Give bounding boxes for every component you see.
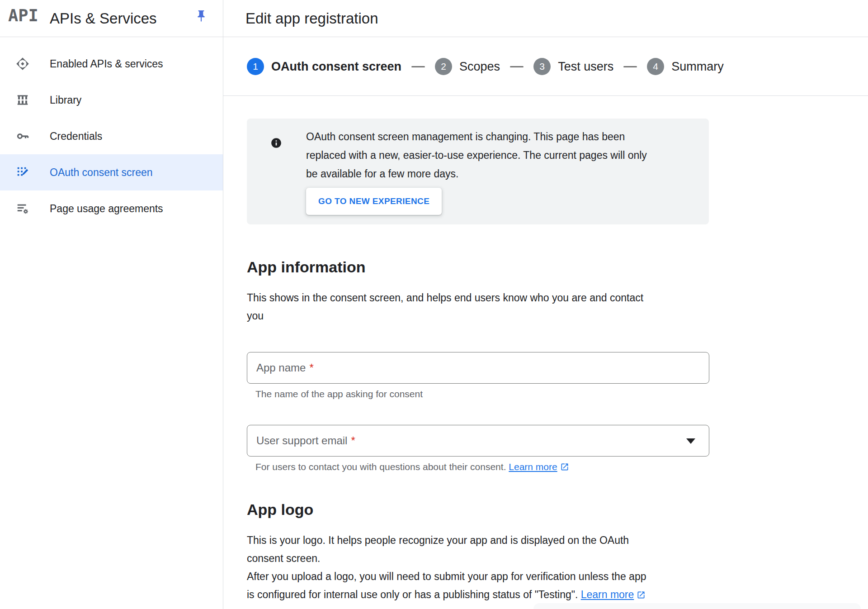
description-line: is configured for internal use only or h… (247, 585, 868, 604)
bottom-cutoff-element (533, 603, 861, 609)
consent-screen-icon (16, 166, 29, 179)
main-panel: 1 OAuth consent screen 2 Scopes 3 Test u… (223, 38, 868, 609)
banner-line: replaced with a new, easier-to-use exper… (306, 146, 647, 165)
sidebar-item-page-usage-agreements[interactable]: Page usage agreements (0, 190, 223, 227)
page-title: Edit app registration (245, 0, 378, 37)
step-label: OAuth consent screen (271, 60, 401, 74)
step-number-badge: 4 (647, 58, 664, 75)
sidebar-item-label: Library (50, 94, 81, 106)
step-number-badge: 1 (247, 58, 264, 75)
learn-more-link[interactable]: Learn more (509, 462, 557, 472)
sidebar-item-label: OAuth consent screen (50, 167, 153, 179)
app-logo-heading: App logo (247, 500, 868, 519)
step-number-badge: 3 (533, 58, 551, 75)
app-name-field-group: App name * The name of the app asking fo… (247, 352, 868, 400)
app-name-placeholder: App name (256, 362, 306, 374)
step-number-badge: 2 (435, 58, 452, 75)
support-email-field-group: User support email * For users to contac… (247, 425, 868, 472)
required-asterisk: * (309, 362, 313, 374)
user-support-email-select[interactable]: User support email * (247, 425, 709, 457)
step-summary[interactable]: 4 Summary (647, 58, 724, 75)
step-connector (623, 66, 637, 67)
step-connector (411, 66, 425, 67)
sidebar-item-enabled-apis[interactable]: Enabled APIs & services (0, 46, 223, 82)
open-in-new-icon (637, 590, 646, 599)
step-test-users[interactable]: 3 Test users (533, 58, 613, 75)
banner-message: OAuth consent screen management is chang… (306, 128, 647, 183)
open-in-new-icon (560, 462, 569, 471)
sidebar-item-label: Page usage agreements (50, 203, 163, 215)
step-scopes[interactable]: 2 Scopes (435, 58, 500, 75)
content-area: OAuth consent screen management is chang… (223, 96, 868, 604)
banner-line: be available for a few more days. (306, 165, 647, 183)
required-asterisk: * (351, 434, 355, 447)
description-line: After you upload a logo, you will need t… (247, 567, 868, 585)
app-name-input[interactable]: App name * (247, 352, 709, 384)
learn-more-link[interactable]: Learn more (581, 589, 634, 600)
enabled-apis-icon (16, 57, 29, 71)
description-text: is configured for internal use only or h… (247, 589, 581, 600)
app-name-helper-text: The name of the app asking for consent (255, 388, 868, 400)
sidebar-divider (223, 0, 223, 609)
step-connector (510, 66, 524, 67)
description-line: This is your logo. It helps people recog… (247, 531, 868, 549)
go-to-new-experience-button[interactable]: GO TO NEW EXPERIENCE (306, 188, 442, 215)
agreements-icon (16, 202, 29, 215)
sidebar-item-credentials[interactable]: Credentials (0, 118, 223, 154)
sidebar-item-oauth-consent-screen[interactable]: OAuth consent screen (0, 154, 223, 190)
app-information-heading: App information (247, 258, 868, 276)
top-header: API APIs & Services Edit app registratio… (0, 0, 868, 37)
api-logo: API (8, 6, 38, 25)
sidebar-item-library[interactable]: Library (0, 82, 223, 118)
sidebar-item-label: Credentials (50, 130, 102, 143)
helper-text: For users to contact you with questions … (255, 462, 509, 472)
info-icon (270, 137, 282, 149)
support-email-placeholder: User support email (256, 434, 347, 447)
sidebar-item-label: Enabled APIs & services (50, 58, 163, 70)
registration-stepper: 1 OAuth consent screen 2 Scopes 3 Test u… (223, 38, 868, 96)
app-information-description: This shows in the consent screen, and he… (247, 289, 868, 325)
step-oauth-consent-screen[interactable]: 1 OAuth consent screen (247, 58, 401, 75)
library-icon (16, 93, 29, 107)
pin-icon[interactable] (195, 9, 207, 24)
app-logo-description: This is your logo. It helps people recog… (247, 531, 868, 604)
chevron-down-icon (686, 438, 695, 444)
support-email-helper-text: For users to contact you with questions … (255, 461, 868, 472)
step-label: Scopes (459, 60, 500, 74)
description-line: you (247, 307, 868, 325)
product-title: APIs & Services (50, 0, 157, 37)
step-label: Test users (558, 60, 613, 74)
key-icon (16, 129, 29, 143)
step-label: Summary (671, 60, 724, 74)
deprecation-banner: OAuth consent screen management is chang… (247, 119, 709, 224)
sidebar-nav: Enabled APIs & services Library Credenti… (0, 38, 223, 609)
description-line: consent screen. (247, 549, 868, 567)
banner-line: OAuth consent screen management is chang… (306, 128, 647, 146)
description-line: This shows in the consent screen, and he… (247, 289, 868, 307)
